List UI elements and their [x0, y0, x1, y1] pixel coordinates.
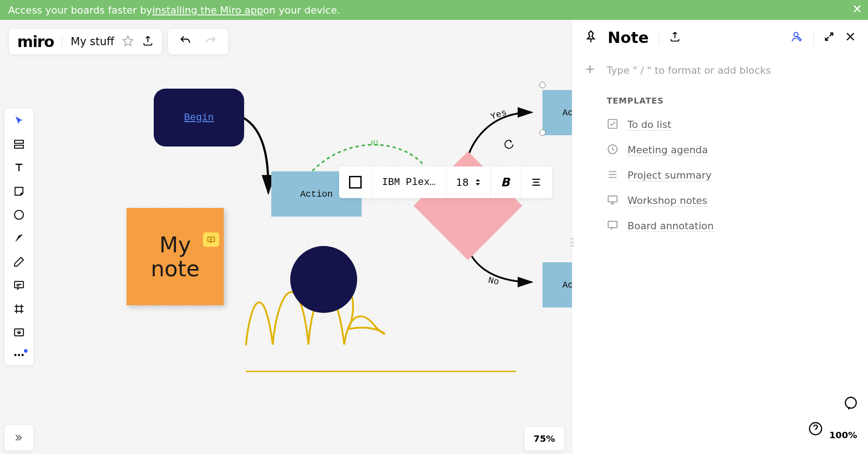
- sticky-text-line1: My: [160, 233, 191, 257]
- star-icon[interactable]: [122, 35, 134, 48]
- align-button[interactable]: [520, 166, 552, 198]
- install-banner: Access your boards faster by installing …: [0, 0, 868, 20]
- connector-tool[interactable]: [13, 232, 25, 246]
- note-title: Note: [608, 28, 649, 47]
- banner-text-after: on your device.: [263, 5, 340, 16]
- svg-point-16: [573, 238, 574, 240]
- comment-tool[interactable]: [13, 279, 25, 293]
- banner-text-before: Access your boards faster by: [8, 5, 152, 16]
- templates-tool[interactable]: [13, 138, 25, 152]
- note-input-placeholder[interactable]: Type " / " to format or add blocks: [607, 65, 771, 76]
- template-workshop-notes[interactable]: Workshop notes: [607, 194, 856, 208]
- expand-icon[interactable]: [824, 31, 835, 44]
- panel-resize-handle[interactable]: [571, 237, 574, 250]
- sticky-note[interactable]: My note: [127, 208, 224, 305]
- undo-redo-panel: [168, 29, 228, 54]
- pen-tool[interactable]: [13, 256, 25, 270]
- checkbox-icon: [607, 118, 618, 132]
- chevron-up-icon[interactable]: [475, 178, 481, 182]
- svg-rect-14: [208, 237, 215, 241]
- lines-icon: [607, 169, 618, 182]
- note-zoom-level[interactable]: 100%: [829, 430, 857, 440]
- presentation-icon: [607, 194, 618, 208]
- close-panel-icon[interactable]: [844, 31, 856, 44]
- selection-handle[interactable]: [539, 129, 546, 136]
- flowchart-begin-node[interactable]: Begin: [154, 89, 244, 147]
- help-footer-icon[interactable]: [808, 421, 823, 438]
- frame-tool[interactable]: [13, 303, 25, 317]
- annotation-icon: [607, 219, 618, 233]
- templates-heading: TEMPLATES: [607, 96, 856, 105]
- svg-point-18: [573, 242, 574, 243]
- add-block-button[interactable]: [584, 63, 596, 77]
- chevron-down-icon[interactable]: [475, 183, 481, 186]
- clock-icon: [607, 143, 618, 157]
- shape-tool[interactable]: [13, 209, 25, 222]
- chat-icon[interactable]: [844, 396, 858, 412]
- svg-point-15: [571, 238, 572, 240]
- export-icon[interactable]: [142, 35, 154, 48]
- pin-icon[interactable]: [584, 30, 598, 45]
- svg-rect-5: [14, 140, 24, 143]
- canvas[interactable]: Begin Action Act Act My note Yes No Hi: [36, 59, 572, 454]
- expand-toolbar-button[interactable]: [5, 425, 33, 450]
- export-note-icon[interactable]: [669, 31, 681, 44]
- close-icon[interactable]: [852, 4, 863, 17]
- svg-rect-24: [608, 196, 617, 202]
- undo-button[interactable]: [179, 34, 192, 49]
- sticky-text-line2: note: [151, 257, 199, 281]
- board-name[interactable]: My stuff: [71, 35, 114, 48]
- redo-button[interactable]: [204, 34, 217, 49]
- svg-point-12: [22, 354, 24, 356]
- text-format-toolbar: IBM Plex… 18 B: [339, 166, 552, 198]
- svg-point-11: [18, 354, 20, 356]
- template-meeting-agenda[interactable]: Meeting agenda: [607, 143, 856, 157]
- divider: [62, 35, 62, 48]
- svg-rect-6: [14, 145, 24, 148]
- more-tools[interactable]: [13, 350, 25, 359]
- template-board-annotation[interactable]: Board annotation: [607, 219, 856, 233]
- svg-point-19: [571, 246, 572, 247]
- left-toolbar: [5, 109, 33, 365]
- template-project-summary[interactable]: Project summary: [607, 169, 856, 182]
- border-style-button[interactable]: [339, 166, 372, 198]
- comment-icon[interactable]: [203, 232, 219, 247]
- selection-handle[interactable]: [539, 82, 546, 88]
- install-app-link[interactable]: installing the Miro app: [152, 5, 263, 16]
- svg-point-10: [14, 354, 17, 356]
- note-panel: Note Type " / " to format or add blocks …: [572, 20, 868, 454]
- zoom-level[interactable]: 75%: [524, 427, 564, 450]
- svg-point-20: [573, 246, 574, 247]
- edge-label-hi[interactable]: Hi: [371, 139, 379, 147]
- sticky-tool[interactable]: [13, 185, 25, 199]
- edge-label-no[interactable]: No: [487, 275, 500, 287]
- select-tool[interactable]: [13, 115, 25, 128]
- bold-button[interactable]: B: [491, 166, 520, 198]
- template-todo-list[interactable]: To do list: [607, 118, 856, 132]
- text-tool[interactable]: [13, 162, 25, 175]
- font-family-selector[interactable]: IBM Plex…: [372, 166, 446, 198]
- circle-shape[interactable]: [290, 246, 357, 313]
- svg-point-21: [794, 33, 798, 37]
- font-size-stepper[interactable]: 18: [446, 166, 491, 198]
- svg-rect-25: [608, 221, 617, 227]
- miro-logo[interactable]: miro: [17, 33, 54, 51]
- upload-tool[interactable]: [13, 326, 25, 340]
- edit-person-icon[interactable]: [791, 30, 803, 45]
- svg-point-17: [571, 242, 572, 243]
- svg-point-7: [14, 210, 24, 219]
- board-header-panel: miro My stuff: [9, 29, 162, 54]
